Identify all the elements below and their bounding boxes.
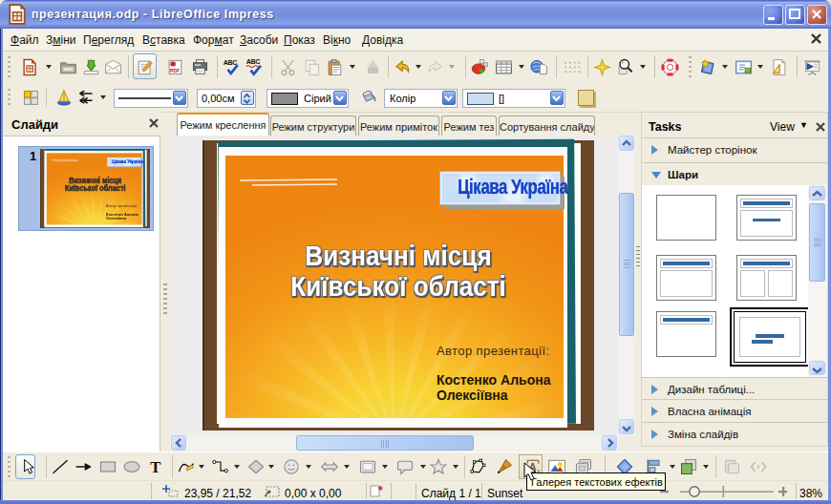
svg-text:*: * — [378, 484, 383, 497]
